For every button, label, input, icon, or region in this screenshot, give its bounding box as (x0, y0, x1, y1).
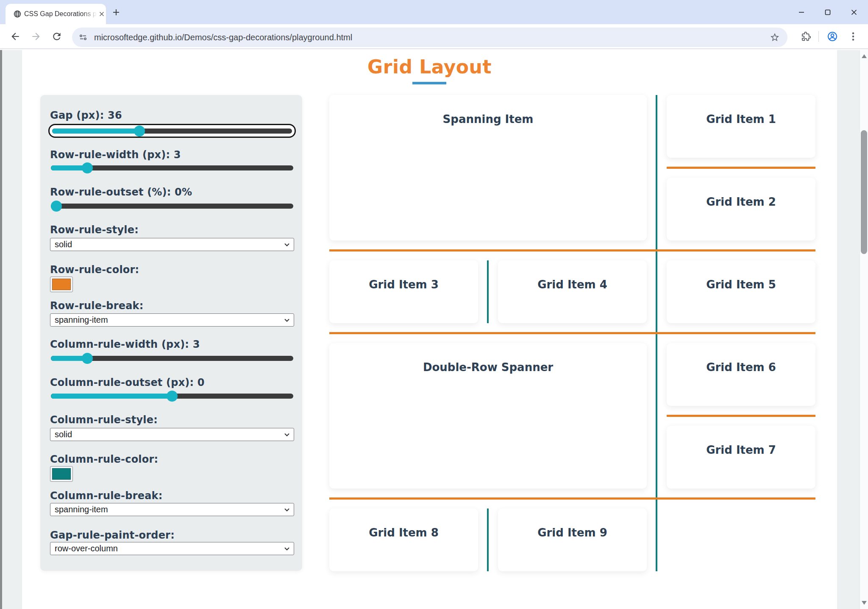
column-rule-break-label: Column-rule-break: (50, 490, 163, 502)
grid-card-item-4: Grid Item 4 (498, 260, 647, 323)
profile-avatar-icon[interactable] (827, 31, 838, 42)
gap-slider[interactable] (48, 124, 296, 138)
grid-card-label: Grid Item 9 (537, 526, 607, 539)
grid-card-label: Grid Item 6 (706, 361, 776, 374)
reload-button[interactable] (51, 31, 62, 42)
scrollbar-down-arrow[interactable] (862, 601, 867, 605)
grid-card-label: Grid Item 4 (537, 278, 607, 291)
grid-card-item-2: Grid Item 2 (667, 178, 815, 240)
row-rule-color-swatch (52, 279, 71, 290)
gap-rule-paint-order-value: row-over-column (55, 542, 118, 554)
column-rule-style-select[interactable]: solid (50, 428, 294, 441)
column-rule-width-thumb[interactable] (82, 353, 93, 364)
row-rule-segment-col3-top (667, 167, 815, 169)
bookmark-star-icon[interactable] (770, 32, 780, 42)
column-rule-outset-slider[interactable] (51, 394, 293, 399)
tab-title: CSS Gap Decorations playgroun (24, 4, 97, 24)
column-rule-width-slider[interactable] (51, 356, 293, 361)
column-rule-outset-thumb[interactable] (167, 391, 178, 402)
chevron-down-icon (284, 317, 290, 324)
grid-card-label: Double-Row Spanner (423, 361, 553, 374)
new-tab-button[interactable] (111, 7, 121, 17)
back-button[interactable] (10, 31, 21, 42)
window-left-edge (0, 50, 2, 609)
grid-card-spanning-item: Spanning Item (329, 95, 647, 240)
grid-card-item-8: Grid Item 8 (329, 508, 478, 571)
column-rule-width-label: Column-rule-width (px): 3 (50, 338, 200, 350)
grid-card-label: Grid Item 3 (369, 278, 439, 291)
site-settings-icon[interactable] (78, 32, 88, 42)
gap-slider-thumb[interactable] (134, 126, 145, 137)
gap-slider-fill (52, 129, 139, 134)
chevron-down-icon (284, 545, 290, 552)
grid-card-item-3: Grid Item 3 (329, 260, 478, 323)
browser-window: CSS Gap Decorations playgroun (0, 0, 868, 609)
grid-card-label: Spanning Item (443, 113, 534, 126)
column-rule-break-value: spanning-item (55, 503, 108, 515)
scrollbar-thumb[interactable] (861, 130, 867, 254)
gap-rule-paint-order-label: Gap-rule-paint-order: (50, 529, 175, 541)
grid-card-item-7: Grid Item 7 (667, 426, 815, 489)
page-title: Grid Layout (22, 56, 837, 78)
column-rule-outset-label: Column-rule-outset (px): 0 (50, 377, 205, 388)
grid-card-double-row-spanner: Double-Row Spanner (329, 343, 647, 489)
row-rule-outset-thumb[interactable] (51, 201, 62, 212)
browser-toolbar: microsoftedge.github.io/Demos/css-gap-de… (0, 24, 868, 49)
window-close-button[interactable] (851, 9, 857, 16)
grid-card-label: Grid Item 2 (706, 196, 776, 208)
chevron-down-icon (284, 241, 290, 248)
grid-card-label: Grid Item 8 (369, 526, 439, 539)
row-rule-color-label: Row-rule-color: (50, 264, 139, 276)
forward-button[interactable] (31, 31, 42, 42)
row-rule-width-label: Row-rule-width (px): 3 (50, 149, 181, 161)
gap-slider-track[interactable] (52, 129, 292, 134)
title-underline (412, 82, 446, 84)
column-rule-style-label: Column-rule-style: (50, 414, 158, 426)
row-rule-full-3 (329, 497, 815, 500)
row-rule-break-label: Row-rule-break: (50, 300, 144, 312)
grid-card-item-9: Grid Item 9 (498, 508, 647, 571)
column-rule-style-value: solid (55, 428, 72, 440)
row-rule-style-select[interactable]: solid (50, 238, 294, 251)
row-rule-break-select[interactable]: spanning-item (50, 313, 294, 327)
scrollbar-up-arrow[interactable] (862, 54, 867, 58)
column-rule-color-label: Column-rule-color: (50, 453, 158, 465)
grid-card-label: Grid Item 1 (706, 113, 776, 126)
row-rule-outset-slider[interactable] (51, 204, 293, 209)
grid-card-item-5: Grid Item 5 (667, 260, 815, 323)
tab-close-icon[interactable] (98, 10, 106, 18)
row-rule-style-value: solid (55, 238, 72, 250)
toolbar-separator (818, 31, 819, 42)
row-rule-break-value: spanning-item (55, 314, 108, 326)
chevron-down-icon (284, 506, 290, 513)
row-rule-full-1 (329, 249, 815, 251)
tab-strip: CSS Gap Decorations playgroun (0, 0, 868, 24)
row-rule-width-slider[interactable] (51, 165, 293, 170)
chevron-down-icon (284, 431, 290, 438)
browser-menu-icon[interactable] (848, 31, 859, 42)
grid-card-item-1: Grid Item 1 (667, 95, 815, 158)
grid-card-item-6: Grid Item 6 (667, 343, 815, 406)
url-text[interactable]: microsoftedge.github.io/Demos/css-gap-de… (94, 28, 352, 47)
grid-card-label: Grid Item 5 (706, 278, 776, 291)
gap-slider-label: Gap (px): 36 (50, 109, 122, 121)
column-rule-break-select[interactable]: spanning-item (50, 503, 294, 516)
page-scrollbar[interactable] (860, 50, 868, 609)
column-rule-outset-fill (51, 394, 172, 399)
window-minimize-button[interactable] (798, 9, 805, 16)
column-rule-segment-row6 (487, 508, 489, 571)
grid-demo-container: Spanning Item Grid Item 1 Grid Item 2 Gr… (329, 95, 815, 571)
url-bar[interactable]: microsoftedge.github.io/Demos/css-gap-de… (72, 28, 787, 47)
row-rule-outset-label: Row-rule-outset (%): 0% (50, 186, 192, 198)
globe-favicon-icon (13, 10, 22, 18)
row-rule-full-2 (329, 332, 815, 334)
gap-rule-paint-order-select[interactable]: row-over-column (50, 542, 294, 555)
row-rule-segment-col3-mid (667, 415, 815, 417)
column-rule-color-picker[interactable] (50, 466, 73, 482)
row-rule-color-picker[interactable] (50, 277, 73, 292)
browser-tab[interactable]: CSS Gap Decorations playgroun (6, 4, 106, 24)
window-maximize-button[interactable] (824, 9, 831, 16)
row-rule-width-thumb[interactable] (82, 162, 93, 173)
row-rule-style-label: Row-rule-style: (50, 224, 139, 236)
extensions-icon[interactable] (800, 31, 811, 42)
